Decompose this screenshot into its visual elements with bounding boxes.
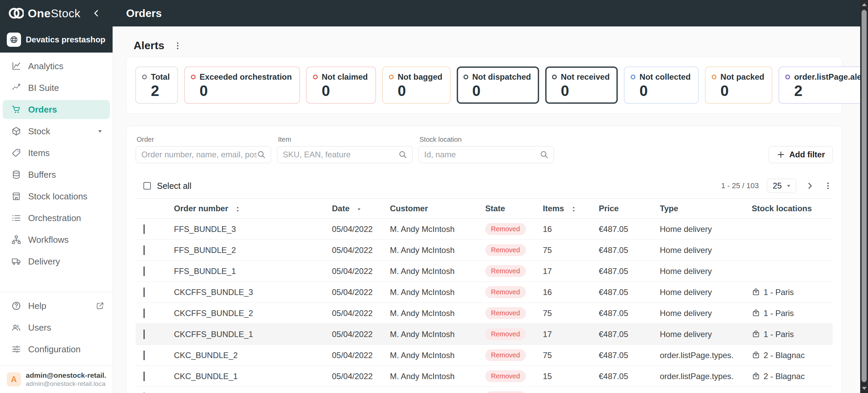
sidebar-item-configuration[interactable]: Configuration (3, 340, 110, 359)
row-checkbox[interactable] (143, 330, 145, 339)
stock-location-search-input[interactable] (424, 150, 539, 159)
row-checkbox[interactable] (143, 224, 145, 234)
select-all-label: Select all (157, 181, 191, 191)
brand-text: OneStock (28, 7, 80, 20)
search-icon (539, 150, 549, 159)
alert-card-label: Not collected (639, 72, 691, 82)
col-date[interactable]: Date (324, 204, 382, 213)
sidebar-collapse-icon[interactable] (91, 8, 101, 18)
status-ring-icon (552, 75, 557, 79)
filters-row: OrderItemStock locationAdd filter (136, 136, 833, 163)
alert-card-not-packed[interactable]: Not packed0 (705, 66, 772, 104)
cell-type: Home delivery (652, 309, 744, 318)
cell-stock-locations: 2 - Blagnac (744, 372, 833, 381)
cell-customer: M. Andy McIntosh (382, 351, 477, 360)
cell-stock-locations: 1 - Paris (744, 288, 833, 297)
add-filter-button[interactable]: Add filter (769, 146, 833, 163)
top-bar: OneStock Orders (0, 0, 860, 26)
alert-card-label: Not claimed (322, 72, 368, 82)
cell-type: Home delivery (652, 330, 744, 339)
table-row[interactable]: FFS_BUNDLE_305/04/2022M. Andy McIntoshRe… (136, 219, 833, 240)
user-account[interactable]: A admin@onestock-retail.local admin@ones… (0, 366, 113, 393)
table-row[interactable]: FFS_BUNDLE_205/04/2022M. Andy McIntoshRe… (136, 240, 833, 261)
filter-field-order: Order (136, 136, 271, 163)
row-checkbox[interactable] (143, 372, 145, 381)
orders-icon (11, 104, 21, 115)
status-ring-icon (142, 75, 147, 79)
sidebar-item-label: BI Suite (28, 83, 59, 93)
alert-card-order-listpage-alerts-new-a[interactable]: order.listPage.alerts.new_a...2 (778, 66, 860, 104)
sidebar-item-help[interactable]: Help (3, 296, 110, 315)
cell-customer: M. Andy McIntosh (382, 330, 477, 339)
column-label: Customer (390, 204, 428, 213)
plus-icon (776, 150, 785, 159)
user-name: admin@onestock-retail.local (26, 371, 106, 379)
sidebar-item-workflows[interactable]: Workflows (3, 230, 110, 249)
sidebar-item-items[interactable]: Items (3, 143, 110, 162)
list-kebab-icon[interactable] (823, 181, 833, 191)
sidebar-item-label: Analytics (28, 61, 63, 72)
next-page-icon[interactable] (806, 181, 814, 190)
shop-name: Devatics prestashop (26, 35, 105, 44)
sidebar-item-orchestration[interactable]: Orchestration (3, 209, 110, 228)
order-search-input[interactable] (141, 150, 257, 159)
state-badge: Removed (485, 349, 526, 361)
sort-icon (567, 205, 574, 212)
sidebar-item-analytics[interactable]: Analytics (3, 57, 110, 76)
scrollbar-thumb[interactable] (862, 10, 867, 382)
cell-date: 05/04/2022 (324, 245, 382, 255)
brand: OneStock (0, 0, 113, 26)
row-checkbox[interactable] (143, 267, 145, 276)
table-row[interactable]: CKCFFS_BUNDLE_105/04/2022M. Andy McIntos… (136, 324, 833, 345)
alert-card-top: Not collected (631, 72, 691, 82)
alert-card-not-claimed[interactable]: Not claimed0 (306, 66, 376, 104)
item-search-input[interactable] (283, 150, 398, 159)
row-checkbox[interactable] (143, 245, 145, 255)
scroll-up-icon[interactable] (860, 0, 868, 9)
alert-card-not-collected[interactable]: Not collected0 (624, 66, 699, 104)
sidebar-item-stock[interactable]: Stock (3, 122, 110, 141)
row-checkbox[interactable] (143, 288, 145, 297)
alert-card-value: 0 (639, 82, 691, 99)
sidebar-item-delivery[interactable]: Delivery (3, 252, 110, 271)
col-customer: Customer (382, 204, 477, 213)
sidebar-item-bi-suite[interactable]: BI Suite (3, 78, 110, 97)
sidebar-item-users[interactable]: Users (3, 318, 110, 337)
col-items[interactable]: Items (535, 204, 591, 213)
cell-items: 75 (535, 309, 591, 318)
chevron-down-icon (785, 182, 792, 190)
alert-card-not-bagged[interactable]: Not bagged0 (382, 66, 451, 104)
cell-items: 16 (535, 224, 591, 234)
select-all-checkbox[interactable] (143, 182, 151, 190)
sidebar-item-stock-locations[interactable]: Stock locations (3, 187, 110, 206)
row-checkbox[interactable] (143, 351, 145, 360)
sidebar-item-buffers[interactable]: Buffers (3, 165, 110, 184)
alerts-kebab-icon[interactable] (173, 41, 183, 51)
sidebar-item-orders[interactable]: Orders (3, 100, 110, 119)
col-type: Type (652, 204, 744, 213)
table-row[interactable]: CKCFFS_BUNDLE_305/04/2022M. Andy McIntos… (136, 282, 833, 303)
table-row[interactable]: CKC_BUNDLE_205/04/2022M. Andy McIntoshRe… (136, 345, 833, 366)
row-checkbox[interactable] (143, 309, 145, 318)
cell-order-number: CKCFFS_BUNDLE_2 (166, 309, 324, 318)
alert-card-not-received[interactable]: Not received0 (545, 66, 618, 104)
table-header: Order numberDateCustomerStateItemsPriceT… (136, 198, 833, 219)
shopping-bag-icon (752, 372, 760, 380)
col-order-number[interactable]: Order number (166, 204, 324, 213)
alert-card-not-dispatched[interactable]: Not dispatched0 (457, 66, 539, 104)
table-row[interactable]: CKC_BUNDLE_105/04/2022M. Andy McIntoshRe… (136, 366, 833, 387)
shop-selector[interactable]: Devatics prestashop (0, 26, 113, 53)
scroll-down-icon[interactable] (860, 384, 868, 393)
alert-card-total[interactable]: Total2 (135, 66, 178, 104)
configuration-icon (11, 344, 21, 354)
table-body: FFS_BUNDLE_305/04/2022M. Andy McIntoshRe… (136, 219, 833, 393)
cell-order-number: FFS_BUNDLE_1 (166, 267, 324, 276)
table-row[interactable]: CKCFFS_BUNDLE_205/04/2022M. Andy McIntos… (136, 303, 833, 324)
page-size-select[interactable]: 25 (767, 179, 796, 193)
sidebar-item-label: Buffers (28, 170, 56, 180)
alert-card-exceeded-orchestration[interactable]: Exceeded orchestration0 (184, 66, 300, 104)
table-row[interactable]: WOOP_121/06/2021Mr André KubiakRemoved1€… (136, 387, 833, 393)
status-ring-icon (785, 75, 790, 79)
table-row[interactable]: FFS_BUNDLE_105/04/2022M. Andy McIntoshRe… (136, 261, 833, 282)
shopping-bag-icon (752, 309, 760, 317)
